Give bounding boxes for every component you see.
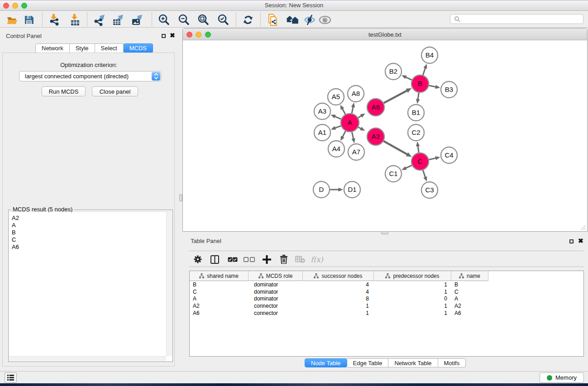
- result-item[interactable]: A6: [12, 243, 19, 251]
- graph-node-label-C1: C1: [389, 170, 397, 177]
- vertical-splitter-handle[interactable]: [179, 194, 182, 201]
- column-header-successor-nodes[interactable]: successor nodes: [303, 271, 374, 281]
- graph-edge-B-B4[interactable]: [423, 67, 425, 75]
- export-network-icon[interactable]: [93, 13, 106, 27]
- graph-edge-C-C2[interactable]: [418, 145, 419, 152]
- tab-select[interactable]: Select: [95, 43, 124, 53]
- add-column-icon[interactable]: [260, 253, 273, 266]
- result-list-vscrollbar[interactable]: [166, 212, 172, 356]
- toolbar-separator: [260, 13, 261, 26]
- cell-predecessor-nodes: 1: [374, 310, 451, 317]
- table-row-B[interactable]: Bdominator41B: [190, 281, 488, 289]
- result-list-hscrollbar[interactable]: [9, 356, 166, 361]
- graph-edge-A-A8[interactable]: [352, 106, 353, 113]
- table-tab-motifs[interactable]: Motifs: [438, 358, 466, 367]
- network-window-title: testGlobe.txt: [183, 31, 587, 38]
- cell-name: A6: [451, 310, 488, 317]
- search-input[interactable]: [450, 14, 583, 24]
- memory-status-dot: [547, 375, 552, 381]
- graph-node-label-A2: A2: [372, 133, 380, 140]
- close-panel-icon[interactable]: ✖: [170, 32, 175, 39]
- result-item[interactable]: A: [12, 222, 19, 229]
- delete-column-icon[interactable]: [277, 253, 291, 266]
- tab-network[interactable]: Network: [35, 43, 70, 53]
- close-panel-button[interactable]: Close panel: [92, 86, 138, 96]
- graph-edge-B-B3[interactable]: [429, 86, 436, 87]
- refresh-icon[interactable]: [241, 13, 255, 27]
- table-row-A2[interactable]: A2connector11A2: [190, 303, 488, 310]
- graph-arrowhead-C-C3: [423, 176, 427, 181]
- zoom-selected-icon[interactable]: [216, 13, 230, 27]
- graph-edge-C-C1[interactable]: [405, 165, 412, 168]
- graph-edge-A-A1[interactable]: [335, 126, 341, 128]
- table-row-C[interactable]: Cdominator41C: [190, 289, 488, 296]
- zoom-fit-icon[interactable]: [196, 13, 210, 27]
- graph-node-label-C4: C4: [445, 151, 453, 159]
- table-tab-node-table[interactable]: Node Table: [305, 358, 347, 367]
- criterion-select[interactable]: largest connected component (directed): [19, 71, 161, 81]
- graph-edge-C-C3[interactable]: [423, 170, 425, 178]
- table-tab-network-table[interactable]: Network Table: [388, 358, 438, 367]
- result-item[interactable]: A2: [12, 214, 19, 222]
- graph-edge-A-A7[interactable]: [352, 132, 354, 140]
- graph-edge-A-A3[interactable]: [334, 116, 341, 119]
- table-tab-edge-table[interactable]: Edge Table: [347, 358, 389, 367]
- graph-edge-A6-B[interactable]: [384, 91, 408, 103]
- table-toolbar: f(x): [189, 251, 584, 267]
- export-image-icon[interactable]: [130, 13, 144, 27]
- select-all-columns-icon[interactable]: [226, 253, 239, 266]
- run-mcds-button[interactable]: Run MCDS: [42, 86, 86, 96]
- table-settings-icon[interactable]: [191, 253, 205, 266]
- save-session-icon[interactable]: [22, 13, 36, 27]
- graph-arrowhead-A-A7: [351, 138, 355, 143]
- table-row-A6[interactable]: A6connector11A6: [190, 310, 488, 317]
- cell-shared-name: B: [190, 281, 249, 289]
- graph-edge-A-A4[interactable]: [342, 131, 345, 138]
- unselect-all-columns-icon[interactable]: [242, 253, 256, 266]
- function-builder-icon[interactable]: f(x): [310, 253, 324, 266]
- open-file-icon[interactable]: [5, 13, 19, 27]
- graph-arrowhead-C-C4: [435, 156, 440, 160]
- tab-mcds[interactable]: MCDS: [124, 43, 153, 53]
- hide-details-icon[interactable]: [303, 13, 316, 27]
- split-panel-icon[interactable]: [208, 253, 221, 266]
- graph-edge-B-B1[interactable]: [418, 93, 419, 100]
- table-row-A[interactable]: Adominator80A: [190, 295, 488, 303]
- select-stepper-icon: [152, 72, 160, 81]
- graph-edge-C-C4[interactable]: [429, 158, 437, 160]
- mcds-result-list[interactable]: A2ABCA6: [9, 212, 172, 361]
- cell-successor-nodes: 1: [303, 310, 374, 317]
- home-icon[interactable]: [286, 13, 300, 27]
- zoom-in-icon[interactable]: [157, 13, 171, 27]
- node-table[interactable]: shared nameMCDS rolesuccessor nodesprede…: [189, 271, 584, 357]
- tab-style[interactable]: Style: [70, 43, 95, 53]
- column-header-shared-name[interactable]: shared name: [190, 271, 249, 281]
- clone-network-icon[interactable]: [266, 13, 280, 27]
- column-type-icon: [314, 273, 319, 278]
- column-header-name[interactable]: name: [451, 271, 488, 281]
- horizontal-splitter-handle[interactable]: [381, 231, 388, 234]
- graph-edge-A2-C[interactable]: [383, 141, 408, 155]
- table-float-icon[interactable]: [569, 239, 574, 243]
- table-close-icon[interactable]: ✖: [578, 237, 583, 244]
- delete-table-icon[interactable]: [293, 253, 307, 266]
- control-panel-title: Control Panel: [6, 33, 42, 39]
- import-network-icon[interactable]: [48, 13, 61, 27]
- result-item[interactable]: C: [12, 236, 19, 243]
- graph-edge-A-A5[interactable]: [342, 108, 345, 114]
- float-panel-icon[interactable]: [162, 34, 166, 38]
- import-table-icon[interactable]: [68, 13, 82, 27]
- desktop-wallpaper: [0, 383, 588, 386]
- column-header-MCDS-role[interactable]: MCDS role: [249, 271, 303, 281]
- column-header-predecessor-nodes[interactable]: predecessor nodes: [374, 271, 451, 281]
- window-resize-grip[interactable]: [580, 224, 586, 230]
- show-hide-icon[interactable]: [318, 13, 332, 27]
- zoom-out-icon[interactable]: [177, 13, 191, 27]
- graph-edge-B-B2[interactable]: [405, 77, 412, 80]
- memory-button[interactable]: Memory: [540, 372, 584, 383]
- network-graph[interactable]: B4B2BB3A5A8A6B1A3AC2A1A2A4A7C4CC1C3DD1: [183, 41, 587, 231]
- graph-node-label-C3: C3: [425, 186, 434, 194]
- result-item[interactable]: B: [12, 229, 19, 236]
- task-history-button[interactable]: [5, 372, 17, 383]
- export-table-icon[interactable]: [111, 13, 125, 27]
